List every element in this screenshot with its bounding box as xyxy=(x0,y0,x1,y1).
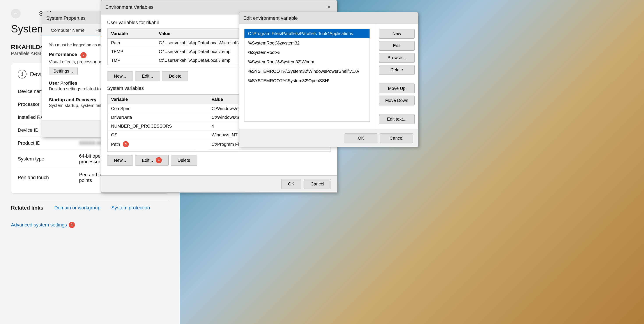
nav-hamburger-button[interactable] xyxy=(25,9,34,19)
edit-env-footer: OK Cancel xyxy=(239,130,418,147)
edit-env-move-down-btn[interactable]: Move Down xyxy=(379,96,415,105)
spec-label-product-id: Product ID xyxy=(18,140,79,146)
user-var-path: Path xyxy=(108,39,156,47)
env-vars-cancel-btn[interactable]: Cancel xyxy=(304,179,331,189)
user-vars-new-btn[interactable]: New... xyxy=(107,71,133,81)
spec-label-pen-touch: Pen and touch xyxy=(18,175,79,180)
startup-recovery-title: Startup and Recovery xyxy=(49,97,96,102)
list-item[interactable]: %SYSTEMROOT%\System32\WindowsPowerShell\… xyxy=(244,67,370,76)
edit-env-cancel-btn[interactable]: Cancel xyxy=(380,133,413,143)
edit-env-edit-text-btn[interactable]: Edit text... xyxy=(379,114,415,124)
related-links-label: Related links xyxy=(11,205,43,211)
list-item[interactable]: %SystemRoot% xyxy=(244,48,370,57)
edit-badge: 4 xyxy=(156,157,162,163)
edit-env-title: Edit environment variable xyxy=(243,15,298,21)
edit-env-dialog: Edit environment variable C:\Program Fil… xyxy=(239,12,418,147)
edit-env-body: C:\Program Files\Parallels\Parallels Too… xyxy=(239,24,375,130)
table-row[interactable]: PATHEXT .COM;.EXE;.BAT;.CMD;.VBS;.VBE;.J… xyxy=(108,149,331,151)
related-link-domain[interactable]: Domain or workgroup xyxy=(54,205,100,211)
sys-var-os: OS xyxy=(108,131,208,139)
sys-var-comspec: ComSpec xyxy=(108,104,208,113)
sys-vars-edit-btn[interactable]: Edit... 4 xyxy=(135,155,169,166)
sys-var-driverdata: DriverData xyxy=(108,113,208,122)
edit-env-move-up-btn[interactable]: Move Up xyxy=(379,84,415,93)
system-props-title: System Properties xyxy=(46,15,86,21)
edit-env-sidebar: New Edit Browse... Delete Move Up Move D… xyxy=(375,24,418,130)
env-vars-title: Environment Variables xyxy=(105,5,154,10)
advanced-settings-badge: 1 xyxy=(69,222,75,228)
user-profiles-title: User Profiles xyxy=(49,81,77,86)
env-vars-close-btn[interactable]: ✕ xyxy=(325,3,333,11)
sys-var-pathext: PATHEXT xyxy=(108,149,208,151)
user-vars-delete-btn[interactable]: Delete xyxy=(162,71,188,81)
sys-vars-buttons: New... Edit... 4 Delete xyxy=(107,155,331,166)
edit-env-ok-btn[interactable]: OK xyxy=(344,133,378,143)
desktop: modify 🍎 Mac Files 🗑️ Recycle Bin ← Sett… xyxy=(0,0,644,324)
edit-env-edit-btn[interactable]: Edit xyxy=(379,41,415,51)
settings-main-title: System xyxy=(11,23,46,35)
nav-back-button[interactable]: ← xyxy=(11,9,20,19)
performance-badge: 2 xyxy=(80,52,86,58)
user-vars-edit-btn[interactable]: Edit... xyxy=(135,71,160,81)
user-vars-col-variable: Variable xyxy=(108,29,156,39)
path-badge: 3 xyxy=(123,141,129,147)
edit-env-new-btn[interactable]: New xyxy=(379,29,415,39)
sys-vars-delete-btn[interactable]: Delete xyxy=(171,155,197,166)
user-var-tmp: TMP xyxy=(108,56,156,65)
list-item[interactable]: %SYSTEMROOT%\System32\OpenSSH\ xyxy=(244,76,370,86)
user-var-temp: TEMP xyxy=(108,47,156,56)
spec-label-system-type: System type xyxy=(18,156,79,162)
sys-var-path: Path 3 xyxy=(108,139,195,149)
sys-vars-col-variable: Variable xyxy=(108,95,208,104)
sys-var-num-processors: NUMBER_OF_PROCESSORS xyxy=(108,122,208,131)
edit-env-browse-btn[interactable]: Browse... xyxy=(379,53,415,63)
list-item[interactable]: C:\Program Files\Parallels\Parallels Too… xyxy=(244,29,370,38)
env-vars-footer: OK Cancel xyxy=(101,175,337,192)
list-item[interactable]: %SystemRoot%\System32\Wbem xyxy=(244,57,370,67)
env-vars-ok-btn[interactable]: OK xyxy=(281,179,301,189)
list-item[interactable]: %SystemRoot%\system32 xyxy=(244,38,370,48)
related-link-system-protection[interactable]: System protection xyxy=(111,205,150,211)
related-links: Related links Domain or workgroup System… xyxy=(11,200,169,232)
edit-env-delete-btn[interactable]: Delete xyxy=(379,65,415,75)
sys-var-pathext-value: .COM;.EXE;.BAT;.CMD;.VBS;.VBE;.JS;.JSE;.… xyxy=(208,149,331,151)
edit-env-list[interactable]: C:\Program Files\Parallels\Parallels Too… xyxy=(244,29,370,122)
edit-env-content: C:\Program Files\Parallels\Parallels Too… xyxy=(239,24,418,130)
tab-computer-name[interactable]: Computer Name xyxy=(45,24,90,36)
performance-title: Performance xyxy=(49,52,77,57)
edit-env-titlebar: Edit environment variable xyxy=(239,12,418,24)
performance-settings-btn[interactable]: Settings... xyxy=(49,67,78,75)
info-icon: ℹ xyxy=(18,70,26,79)
sys-vars-new-btn[interactable]: New... xyxy=(107,155,133,166)
related-link-advanced-settings[interactable]: Advanced system settings 1 xyxy=(11,222,75,228)
